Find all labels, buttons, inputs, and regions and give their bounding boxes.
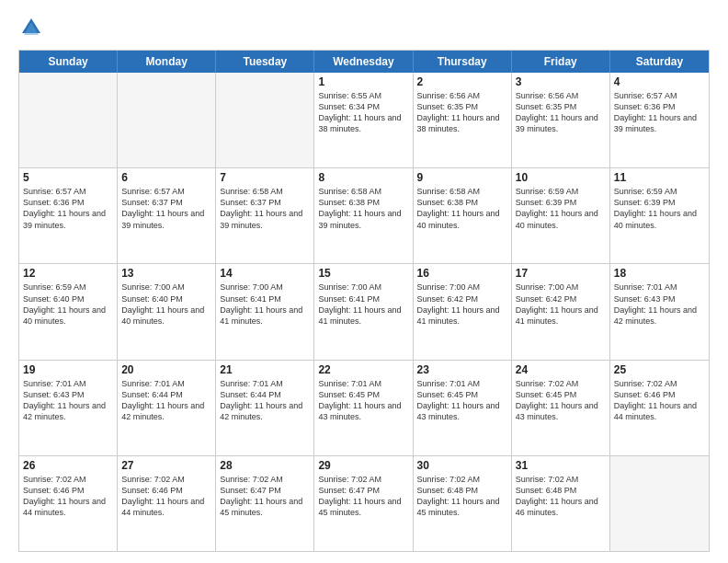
cal-cell: 6Sunrise: 6:57 AM Sunset: 6:37 PM Daylig… [118,168,216,263]
cal-cell: 7Sunrise: 6:58 AM Sunset: 6:37 PM Daylig… [216,168,314,263]
cal-cell: 27Sunrise: 7:02 AM Sunset: 6:46 PM Dayli… [118,456,216,551]
day-info: Sunrise: 7:02 AM Sunset: 6:48 PM Dayligh… [417,474,507,519]
day-number: 7 [220,171,310,184]
week-row-5: 26Sunrise: 7:02 AM Sunset: 6:46 PM Dayli… [19,456,709,551]
day-number: 15 [318,267,408,280]
day-info: Sunrise: 6:56 AM Sunset: 6:35 PM Dayligh… [516,90,606,135]
day-info: Sunrise: 7:00 AM Sunset: 6:42 PM Dayligh… [417,282,507,327]
cal-cell: 29Sunrise: 7:02 AM Sunset: 6:47 PM Dayli… [314,456,413,551]
header-day-sunday: Sunday [19,51,118,73]
day-info: Sunrise: 6:58 AM Sunset: 6:37 PM Dayligh… [220,186,310,231]
cal-cell: 14Sunrise: 7:00 AM Sunset: 6:41 PM Dayli… [216,264,314,359]
day-info: Sunrise: 6:57 AM Sunset: 6:36 PM Dayligh… [614,90,705,135]
day-info: Sunrise: 7:00 AM Sunset: 6:42 PM Dayligh… [516,282,606,327]
cal-cell: 25Sunrise: 7:02 AM Sunset: 6:46 PM Dayli… [610,361,709,455]
cal-cell: 15Sunrise: 7:00 AM Sunset: 6:41 PM Dayli… [314,264,413,359]
day-number: 18 [614,267,705,280]
cal-cell: 12Sunrise: 6:59 AM Sunset: 6:40 PM Dayli… [19,264,118,359]
cal-cell: 22Sunrise: 7:01 AM Sunset: 6:45 PM Dayli… [314,361,413,455]
cal-cell: 2Sunrise: 6:56 AM Sunset: 6:35 PM Daylig… [414,73,512,167]
day-number: 16 [417,267,507,280]
day-number: 25 [614,363,705,376]
cal-cell [610,456,709,551]
header-day-monday: Monday [118,51,216,73]
cal-cell: 9Sunrise: 6:58 AM Sunset: 6:38 PM Daylig… [414,168,512,263]
cal-cell: 8Sunrise: 6:58 AM Sunset: 6:38 PM Daylig… [314,168,413,263]
cal-cell: 31Sunrise: 7:02 AM Sunset: 6:48 PM Dayli… [512,456,610,551]
day-number: 3 [516,75,606,88]
day-info: Sunrise: 7:02 AM Sunset: 6:46 PM Dayligh… [23,474,113,519]
day-info: Sunrise: 7:01 AM Sunset: 6:44 PM Dayligh… [121,378,211,423]
calendar-body: 1Sunrise: 6:55 AM Sunset: 6:34 PM Daylig… [19,73,709,551]
day-info: Sunrise: 7:01 AM Sunset: 6:43 PM Dayligh… [23,378,113,423]
logo [18,15,46,40]
day-number: 26 [23,459,113,472]
header-day-saturday: Saturday [610,51,709,73]
day-number: 12 [23,267,113,280]
day-info: Sunrise: 6:57 AM Sunset: 6:37 PM Dayligh… [121,186,211,231]
header-day-tuesday: Tuesday [216,51,314,73]
day-info: Sunrise: 7:00 AM Sunset: 6:41 PM Dayligh… [220,282,310,327]
day-info: Sunrise: 7:02 AM Sunset: 6:46 PM Dayligh… [614,378,705,423]
day-info: Sunrise: 7:02 AM Sunset: 6:48 PM Dayligh… [516,474,606,519]
day-info: Sunrise: 6:58 AM Sunset: 6:38 PM Dayligh… [417,186,507,231]
header [18,15,710,40]
logo-icon [18,15,44,40]
cal-cell: 26Sunrise: 7:02 AM Sunset: 6:46 PM Dayli… [19,456,118,551]
cal-cell: 21Sunrise: 7:01 AM Sunset: 6:44 PM Dayli… [216,361,314,455]
day-number: 6 [121,171,211,184]
day-info: Sunrise: 7:02 AM Sunset: 6:47 PM Dayligh… [220,474,310,519]
day-number: 1 [318,75,408,88]
day-info: Sunrise: 6:57 AM Sunset: 6:36 PM Dayligh… [23,186,113,231]
day-number: 23 [417,363,507,376]
cal-cell: 19Sunrise: 7:01 AM Sunset: 6:43 PM Dayli… [19,361,118,455]
cal-cell: 20Sunrise: 7:01 AM Sunset: 6:44 PM Dayli… [118,361,216,455]
day-info: Sunrise: 6:56 AM Sunset: 6:35 PM Dayligh… [417,90,507,135]
cal-cell: 24Sunrise: 7:02 AM Sunset: 6:45 PM Dayli… [512,361,610,455]
cal-cell: 3Sunrise: 6:56 AM Sunset: 6:35 PM Daylig… [512,73,610,167]
cal-cell: 4Sunrise: 6:57 AM Sunset: 6:36 PM Daylig… [610,73,709,167]
day-number: 13 [121,267,211,280]
week-row-3: 12Sunrise: 6:59 AM Sunset: 6:40 PM Dayli… [19,264,709,360]
day-number: 31 [516,459,606,472]
cal-cell: 17Sunrise: 7:00 AM Sunset: 6:42 PM Dayli… [512,264,610,359]
day-info: Sunrise: 7:02 AM Sunset: 6:45 PM Dayligh… [516,378,606,423]
cal-cell [216,73,314,167]
calendar: SundayMondayTuesdayWednesdayThursdayFrid… [18,50,710,552]
day-number: 2 [417,75,507,88]
day-info: Sunrise: 6:59 AM Sunset: 6:39 PM Dayligh… [614,186,705,231]
page: SundayMondayTuesdayWednesdayThursdayFrid… [0,0,728,563]
cal-cell: 18Sunrise: 7:01 AM Sunset: 6:43 PM Dayli… [610,264,709,359]
cal-cell: 30Sunrise: 7:02 AM Sunset: 6:48 PM Dayli… [414,456,512,551]
week-row-1: 1Sunrise: 6:55 AM Sunset: 6:34 PM Daylig… [19,73,709,168]
day-info: Sunrise: 7:01 AM Sunset: 6:44 PM Dayligh… [220,378,310,423]
day-number: 14 [220,267,310,280]
day-info: Sunrise: 6:55 AM Sunset: 6:34 PM Dayligh… [318,90,408,135]
cal-cell: 1Sunrise: 6:55 AM Sunset: 6:34 PM Daylig… [314,73,413,167]
day-info: Sunrise: 7:00 AM Sunset: 6:40 PM Dayligh… [121,282,211,327]
day-number: 22 [318,363,408,376]
day-info: Sunrise: 7:01 AM Sunset: 6:45 PM Dayligh… [417,378,507,423]
day-number: 4 [614,75,705,88]
cal-cell: 11Sunrise: 6:59 AM Sunset: 6:39 PM Dayli… [610,168,709,263]
week-row-4: 19Sunrise: 7:01 AM Sunset: 6:43 PM Dayli… [19,361,709,456]
day-number: 28 [220,459,310,472]
day-number: 9 [417,171,507,184]
day-info: Sunrise: 7:00 AM Sunset: 6:41 PM Dayligh… [318,282,408,327]
day-number: 24 [516,363,606,376]
cal-cell: 16Sunrise: 7:00 AM Sunset: 6:42 PM Dayli… [414,264,512,359]
day-number: 10 [516,171,606,184]
day-info: Sunrise: 6:59 AM Sunset: 6:40 PM Dayligh… [23,282,113,327]
cal-cell [118,73,216,167]
cal-cell: 23Sunrise: 7:01 AM Sunset: 6:45 PM Dayli… [414,361,512,455]
header-day-thursday: Thursday [414,51,512,73]
day-info: Sunrise: 6:59 AM Sunset: 6:39 PM Dayligh… [516,186,606,231]
header-day-friday: Friday [512,51,610,73]
day-info: Sunrise: 7:02 AM Sunset: 6:47 PM Dayligh… [318,474,408,519]
cal-cell [19,73,118,167]
day-number: 27 [121,459,211,472]
day-info: Sunrise: 6:58 AM Sunset: 6:38 PM Dayligh… [318,186,408,231]
day-info: Sunrise: 7:02 AM Sunset: 6:46 PM Dayligh… [121,474,211,519]
day-info: Sunrise: 7:01 AM Sunset: 6:45 PM Dayligh… [318,378,408,423]
day-number: 17 [516,267,606,280]
